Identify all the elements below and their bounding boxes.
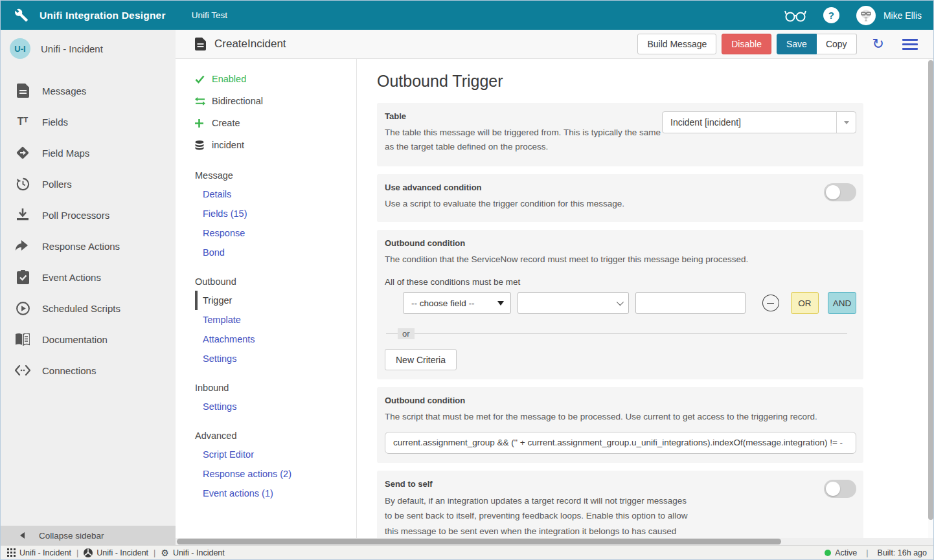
collapse-sidebar-button[interactable]: Collapse sidebar (1, 526, 176, 545)
nav-section-inbound: Inbound (195, 379, 356, 397)
sidebar-item-messages[interactable]: Messages (1, 75, 176, 106)
horizontal-scrollbar[interactable] (176, 538, 933, 545)
page-title: Outbound Trigger (377, 72, 928, 91)
sidebar-item-pollers[interactable]: Pollers (1, 168, 176, 199)
nav-link-outbound-settings[interactable]: Settings (195, 349, 356, 368)
vertical-scrollbar[interactable] (928, 59, 933, 538)
book-icon (15, 333, 30, 346)
avatar[interactable] (856, 6, 876, 25)
script-condition-desc: The script that must be met for the mess… (385, 410, 856, 424)
refresh-icon[interactable]: ↻ (872, 37, 884, 51)
bidirectional-arrows-icon (195, 97, 209, 106)
active-status-icon (825, 550, 831, 556)
nav-link-inbound-settings[interactable]: Settings (195, 397, 356, 416)
plus-icon (195, 119, 209, 128)
status-table: incident (195, 134, 356, 156)
text-fields-icon: TT (15, 116, 30, 128)
advanced-condition-label: Use advanced condition (385, 183, 856, 192)
nav-link-template[interactable]: Template (195, 310, 356, 330)
wrench-icon (14, 8, 29, 23)
caret-down-icon (497, 301, 504, 306)
outbound-condition-card: Outbound condition The condition that th… (377, 230, 863, 379)
nav-section-outbound: Outbound (195, 273, 356, 291)
or-button[interactable]: OR (791, 292, 819, 314)
sidebar-item-poll-processors[interactable]: Poll Processors (1, 199, 176, 230)
sidebar-item-event-actions[interactable]: Event Actions (1, 262, 176, 293)
sidebar: U-I Unifi - Incident Messages TT Fields (1, 30, 176, 545)
sidebar-item-documentation[interactable]: Documentation (1, 324, 176, 355)
copy-button[interactable]: Copy (817, 34, 857, 54)
remove-condition-icon[interactable] (762, 295, 779, 311)
status-enabled: Enabled (195, 68, 356, 90)
or-divider-label: or (398, 328, 415, 339)
app-badge: U-I (10, 38, 30, 59)
help-icon[interactable]: ? (823, 7, 839, 23)
chevron-down-icon (617, 298, 624, 306)
nav-link-script-editor[interactable]: Script Editor (195, 445, 356, 464)
vertical-scrollbar-thumb[interactable] (928, 60, 933, 520)
nav-link-response-actions[interactable]: Response actions (2) (195, 464, 356, 484)
app-window: Unifi Integration Designer Unifi Test ? (0, 0, 934, 560)
table-select-value: Incident [incident] (663, 117, 836, 128)
save-button[interactable]: Save (777, 34, 817, 54)
horizontal-scrollbar-thumb[interactable] (177, 539, 781, 544)
operator-select[interactable] (518, 292, 629, 314)
and-button[interactable]: AND (828, 292, 856, 314)
sidebar-app-header[interactable]: U-I Unifi - Incident (1, 30, 176, 67)
message-nav: Enabled Bidirectional Create incident (176, 59, 357, 538)
advanced-condition-desc: Use a script to evaluate the trigger con… (385, 197, 856, 211)
status-tab-3[interactable]: ⚙ Unifi - Incident (161, 548, 224, 557)
send-to-self-card: Send to self By default, if an integrati… (377, 471, 863, 538)
table-card: Table The table this message will be tri… (377, 103, 863, 166)
nav-link-trigger[interactable]: Trigger (195, 291, 356, 310)
document-icon (15, 84, 30, 98)
status-bidirectional: Bidirectional (195, 90, 356, 112)
nav-link-response[interactable]: Response (195, 223, 356, 243)
new-criteria-button[interactable]: New Criteria (385, 349, 457, 370)
sidebar-item-fields[interactable]: TT Fields (1, 106, 176, 137)
reply-arrow-icon (15, 240, 30, 252)
environment-label: Unifi Test (192, 10, 227, 20)
nav-link-event-actions[interactable]: Event actions (1) (195, 484, 356, 503)
advanced-condition-toggle[interactable] (824, 183, 856, 201)
sidebar-item-scheduled-scripts[interactable]: Scheduled Scripts (1, 293, 176, 324)
table-select[interactable]: Incident [incident] (662, 111, 856, 133)
table-desc: The table this message will be triggered… (385, 126, 666, 155)
script-condition-card: Outbound condition The script that must … (377, 387, 863, 462)
glasses-icon[interactable] (784, 8, 806, 23)
nav-link-fields[interactable]: Fields (15) (195, 204, 356, 223)
grid-icon (7, 548, 16, 557)
status-tab-1[interactable]: Unifi - Incident (7, 548, 71, 557)
gear-icon: ⚙ (161, 548, 169, 557)
condition-value-input[interactable] (635, 292, 746, 314)
nav-link-details[interactable]: Details (195, 185, 356, 204)
script-condition-input[interactable] (385, 432, 856, 454)
sidebar-item-connections[interactable]: Connections (1, 355, 176, 386)
status-tab-2[interactable]: Unifi - Incident (84, 548, 148, 557)
nav-link-attachments[interactable]: Attachments (195, 330, 356, 349)
download-icon (15, 208, 30, 222)
map-arrow-icon (15, 146, 30, 160)
choose-field-select[interactable]: -- choose field -- (403, 292, 511, 314)
nav-section-advanced: Advanced (195, 427, 356, 445)
menu-icon[interactable] (902, 36, 918, 52)
sidebar-item-field-maps[interactable]: Field Maps (1, 137, 176, 168)
condition-row: -- choose field -- OR AND (403, 292, 856, 314)
send-to-self-toggle[interactable] (824, 480, 856, 498)
history-clock-icon (15, 177, 30, 191)
play-circle-icon (15, 302, 30, 315)
outbound-condition-desc: The condition that the ServiceNow record… (385, 252, 856, 267)
sidebar-menu: Messages TT Fields Field Maps Pol (1, 75, 176, 526)
main-content: Outbound Trigger Table The table this me… (357, 59, 928, 538)
sidebar-item-response-actions[interactable]: Response Actions (1, 230, 176, 262)
user-name[interactable]: Mike Ellis (883, 10, 922, 21)
outbound-condition-label: Outbound condition (385, 238, 856, 248)
collapse-arrow-icon (20, 532, 25, 539)
nav-link-bond[interactable]: Bond (195, 243, 356, 262)
clipboard-check-icon (15, 270, 30, 284)
status-create: Create (195, 112, 356, 134)
disable-button[interactable]: Disable (722, 34, 771, 54)
build-message-button[interactable]: Build Message (637, 34, 716, 54)
built-label: Built: 16h ago (878, 548, 927, 557)
code-brackets-icon (15, 365, 30, 375)
